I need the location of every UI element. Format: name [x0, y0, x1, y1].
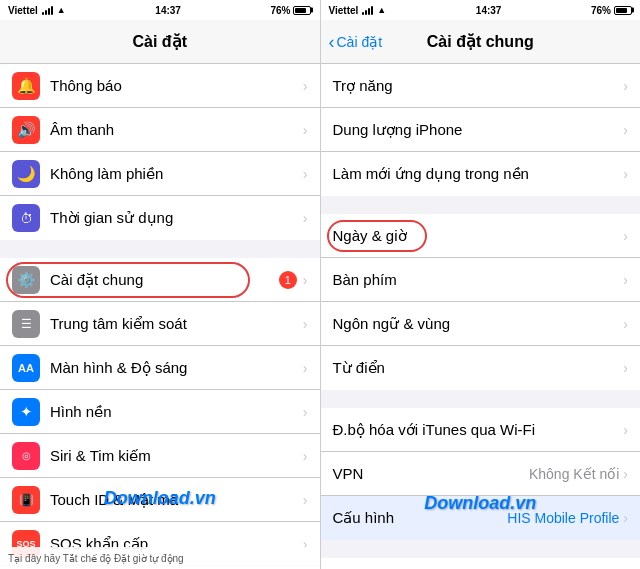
- tu-dien-label: Từ điển: [333, 359, 624, 377]
- r-signal-bar-1: [362, 12, 364, 15]
- row-cau-hinh[interactable]: Cấu hình HIS Mobile Profile ›: [321, 496, 641, 540]
- cai-dat-chung-icon: ⚙️: [12, 266, 40, 294]
- left-battery-pct: 76%: [270, 5, 290, 16]
- hinh-nen-label: Hình nền: [50, 403, 303, 421]
- right-battery-fill: [616, 8, 627, 13]
- left-settings-list[interactable]: 🔔 Thông báo › 🔊 Âm thanh › 🌙 Không làm p…: [0, 64, 320, 569]
- left-section-1: 🔔 Thông báo › 🔊 Âm thanh › 🌙 Không làm p…: [0, 64, 320, 240]
- right-battery-icon: [614, 6, 632, 15]
- right-settings-list[interactable]: Trợ năng › Dung lượng iPhone › Làm mới ứ…: [321, 64, 641, 569]
- ngay-gio-label: Ngày & giờ: [333, 227, 624, 245]
- r-signal-bar-3: [368, 8, 370, 15]
- left-bottom-text: Tại đây hãy Tắt chế độ Đặt giờ tự động: [0, 547, 320, 569]
- thong-bao-chevron: ›: [303, 78, 308, 94]
- row-cai-dat-chung[interactable]: ⚙️ Cài đặt chung 1 ›: [0, 258, 320, 302]
- left-status-left: Viettel ▲: [8, 5, 66, 16]
- khong-lam-phien-icon: 🌙: [12, 160, 40, 188]
- man-hinh-label: Màn hình & Độ sáng: [50, 359, 303, 377]
- left-nav-bar: Cài đặt: [0, 20, 320, 64]
- row-man-hinh[interactable]: AA Màn hình & Độ sáng ›: [0, 346, 320, 390]
- row-thoi-gian[interactable]: ⏱ Thời gian sử dụng ›: [0, 196, 320, 240]
- khong-lam-phien-label: Không làm phiền: [50, 165, 303, 183]
- row-thong-bao[interactable]: 🔔 Thông báo ›: [0, 64, 320, 108]
- signal-bar-2: [45, 10, 47, 15]
- right-status-right: 76%: [591, 5, 632, 16]
- r-signal-bar-2: [365, 10, 367, 15]
- right-section-bottom: Đ.bộ hóa với iTunes qua Wi-Fi › VPN Khôn…: [321, 408, 641, 540]
- lam-moi-chevron: ›: [623, 166, 628, 182]
- left-status-bar: Viettel ▲ 14:37 76%: [0, 0, 320, 20]
- left-battery-icon: [293, 6, 311, 15]
- right-wifi-icon: ▲: [377, 5, 386, 15]
- right-nav-back-label: Cài đặt: [337, 34, 383, 50]
- back-chevron-icon: ‹: [329, 33, 335, 51]
- row-am-thanh[interactable]: 🔊 Âm thanh ›: [0, 108, 320, 152]
- row-khong-lam-phien[interactable]: 🌙 Không làm phiền ›: [0, 152, 320, 196]
- cai-dat-chung-badge: 1: [279, 271, 297, 289]
- tro-nang-chevron: ›: [623, 78, 628, 94]
- touch-id-label: Touch ID & Mật mã: [50, 491, 303, 509]
- trung-tam-icon: ☰: [12, 310, 40, 338]
- touch-id-chevron: ›: [303, 492, 308, 508]
- man-hinh-icon: AA: [12, 354, 40, 382]
- khong-lam-phien-chevron: ›: [303, 166, 308, 182]
- row-tro-nang[interactable]: Trợ năng ›: [321, 64, 641, 108]
- lam-moi-label: Làm mới ứng dụng trong nền: [333, 165, 624, 183]
- ban-phim-chevron: ›: [623, 272, 628, 288]
- left-bottom-label: Tại đây hãy Tắt chế độ Đặt giờ tự động: [8, 553, 184, 564]
- right-section-top: Trợ năng › Dung lượng iPhone › Làm mới ứ…: [321, 64, 641, 196]
- right-gap-2: [321, 390, 641, 408]
- siri-chevron: ›: [303, 448, 308, 464]
- row-ngay-gio[interactable]: Ngày & giờ ›: [321, 214, 641, 258]
- r-signal-bar-4: [371, 6, 373, 15]
- right-carrier: Viettel: [329, 5, 359, 16]
- row-quy-dinh[interactable]: Quy định ›: [321, 558, 641, 569]
- right-nav-bar: ‹ Cài đặt Cài đặt chung: [321, 20, 641, 64]
- hinh-nen-icon: ✦: [12, 398, 40, 426]
- am-thanh-label: Âm thanh: [50, 121, 303, 138]
- gap-1: [0, 240, 320, 258]
- hinh-nen-chevron: ›: [303, 404, 308, 420]
- am-thanh-chevron: ›: [303, 122, 308, 138]
- row-dung-luong[interactable]: Dung lượng iPhone ›: [321, 108, 641, 152]
- right-time: 14:37: [476, 5, 502, 16]
- left-wifi-icon: ▲: [57, 5, 66, 15]
- row-ngon-ngu[interactable]: Ngôn ngữ & vùng ›: [321, 302, 641, 346]
- tro-nang-label: Trợ năng: [333, 77, 624, 95]
- am-thanh-icon: 🔊: [12, 116, 40, 144]
- cai-dat-chung-chevron: ›: [303, 272, 308, 288]
- left-battery-fill: [295, 8, 306, 13]
- right-section-middle: Ngày & giờ › Bàn phím › Ngôn ngữ & vùng …: [321, 214, 641, 390]
- dung-luong-chevron: ›: [623, 122, 628, 138]
- row-hinh-nen[interactable]: ✦ Hình nền ›: [0, 390, 320, 434]
- right-status-bar: Viettel ▲ 14:37 76%: [321, 0, 641, 20]
- trung-tam-chevron: ›: [303, 316, 308, 332]
- right-status-left: Viettel ▲: [329, 5, 387, 16]
- row-lam-moi[interactable]: Làm mới ứng dụng trong nền ›: [321, 152, 641, 196]
- touch-id-icon: 📳: [12, 486, 40, 514]
- right-nav-title: Cài đặt chung: [427, 32, 534, 51]
- row-dong-bo[interactable]: Đ.bộ hóa với iTunes qua Wi-Fi ›: [321, 408, 641, 452]
- siri-label: Siri & Tim kiếm: [50, 447, 303, 465]
- signal-bar-4: [51, 6, 53, 15]
- ngon-ngu-chevron: ›: [623, 316, 628, 332]
- row-vpn[interactable]: VPN Không Kết nối ›: [321, 452, 641, 496]
- right-section-quy-dinh: Quy định ›: [321, 558, 641, 569]
- right-battery-pct: 76%: [591, 5, 611, 16]
- cai-dat-chung-label: Cài đặt chung: [50, 271, 279, 289]
- row-ban-phim[interactable]: Bàn phím ›: [321, 258, 641, 302]
- left-nav-title: Cài đặt: [133, 32, 187, 51]
- cau-hinh-value: HIS Mobile Profile: [507, 510, 619, 526]
- row-touch-id[interactable]: 📳 Touch ID & Mật mã ›: [0, 478, 320, 522]
- row-trung-tam[interactable]: ☰ Trung tâm kiểm soát ›: [0, 302, 320, 346]
- dong-bo-label: Đ.bộ hóa với iTunes qua Wi-Fi: [333, 421, 624, 439]
- thoi-gian-label: Thời gian sử dụng: [50, 209, 303, 227]
- thong-bao-icon: 🔔: [12, 72, 40, 100]
- ban-phim-label: Bàn phím: [333, 271, 624, 288]
- row-siri[interactable]: ◎ Siri & Tim kiếm ›: [0, 434, 320, 478]
- vpn-chevron: ›: [623, 466, 628, 482]
- right-nav-back[interactable]: ‹ Cài đặt: [329, 33, 383, 51]
- signal-bar-3: [48, 8, 50, 15]
- row-tu-dien[interactable]: Từ điển ›: [321, 346, 641, 390]
- trung-tam-label: Trung tâm kiểm soát: [50, 315, 303, 333]
